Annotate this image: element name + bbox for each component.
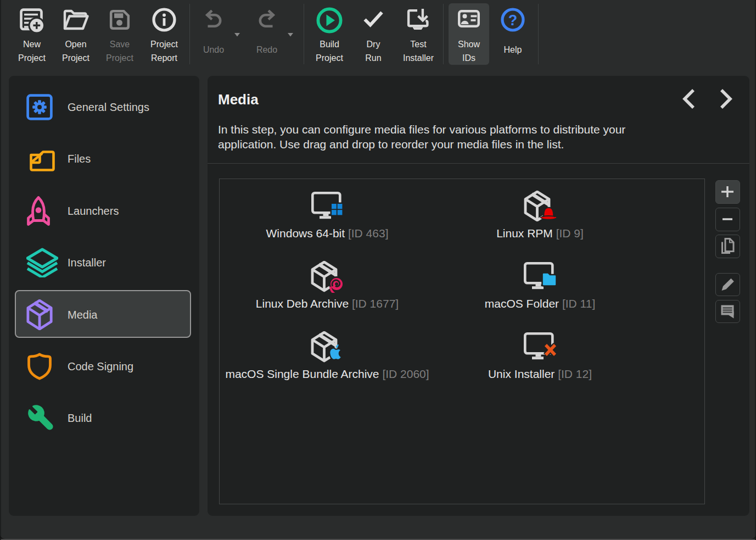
svg-text:?: ?	[508, 12, 518, 29]
